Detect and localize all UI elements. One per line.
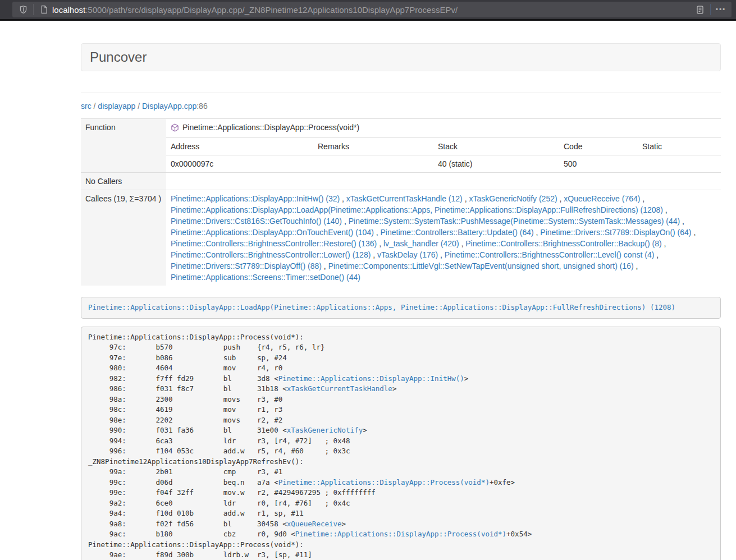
divider — [81, 93, 721, 93]
page-icon[interactable] — [38, 3, 50, 16]
no-callers-label: No Callers — [81, 173, 166, 190]
symbol-link[interactable]: Pinetime::Applications::DisplayApp::Proc… — [295, 530, 506, 538]
callees-list: Pinetime::Applications::DisplayApp::Init… — [166, 190, 721, 286]
column-header-code: Code — [559, 138, 638, 155]
callee-link[interactable]: Pinetime::Drivers::St7789::DisplayOn() (… — [540, 228, 691, 237]
ellipsis-menu-icon[interactable]: ••• — [715, 3, 727, 16]
symbol-link[interactable]: Pinetime::Applications::DisplayApp::Proc… — [278, 478, 490, 486]
symbol-link[interactable]: xTaskGenericNotify — [287, 426, 363, 434]
callee-link[interactable]: Pinetime::Drivers::St7789::DisplayOff() … — [171, 261, 322, 270]
callers-row: No Callers — [81, 173, 721, 190]
cube-icon — [171, 123, 179, 135]
breadcrumb-link-file[interactable]: DisplayApp.cpp — [142, 102, 196, 111]
shield-icon[interactable] — [17, 3, 29, 16]
breadcrumb-link-displayapp[interactable]: displayapp — [98, 102, 135, 111]
url-bar[interactable]: localhost:5000/path/src/displayapp/Displ… — [12, 2, 732, 17]
column-header-static: Static — [638, 138, 721, 155]
page-title: Puncover — [90, 49, 147, 65]
callers-cell — [166, 173, 721, 190]
callee-link[interactable]: Pinetime::Applications::DisplayApp::Load… — [171, 205, 663, 214]
highlighted-symbol-box: Pinetime::Applications::DisplayApp::Load… — [81, 297, 721, 319]
symbol-link[interactable]: xQueueReceive — [287, 520, 342, 528]
value-static — [638, 155, 721, 173]
value-address: 0x0000097c — [166, 155, 313, 173]
breadcrumb-line-number: :86 — [196, 102, 207, 111]
divider — [710, 4, 711, 15]
breadcrumb: src / displayapp / DisplayApp.cpp:86 — [81, 100, 721, 112]
column-header-address: Address — [166, 138, 313, 155]
callee-link[interactable]: xTaskGetCurrentTaskHandle (12) — [346, 194, 463, 203]
symbol-link[interactable]: xTaskGetCurrentTaskHandle — [287, 384, 392, 393]
value-remarks — [313, 155, 433, 173]
stats-value-row: 0x0000097c 40 (static) 500 — [81, 155, 721, 173]
callee-link[interactable]: Pinetime::Drivers::Cst816S::GetTouchInfo… — [171, 217, 342, 226]
function-row-label: Function — [81, 119, 166, 173]
callee-link[interactable]: Pinetime::Controllers::BrightnessControl… — [171, 239, 377, 248]
callee-link[interactable]: Pinetime::Controllers::BrightnessControl… — [445, 250, 654, 259]
callee-link[interactable]: xQueueReceive (764) — [564, 194, 640, 203]
callee-link[interactable]: Pinetime::Controllers::Battery::Update()… — [381, 228, 534, 237]
highlighted-symbol-link[interactable]: Pinetime::Applications::DisplayApp::Load… — [88, 303, 675, 311]
function-detail-table: Function Pinetime::Applications::Display… — [81, 118, 721, 286]
browser-toolbar: localhost:5000/path/src/displayapp/Displ… — [0, 0, 736, 21]
stats-header-row: Address Remarks Stack Code Static — [81, 138, 721, 155]
callee-link[interactable]: Pinetime::System::SystemTask::PushMessag… — [349, 217, 680, 226]
disassembly: Pinetime::Applications::DisplayApp::Proc… — [81, 327, 721, 560]
breadcrumb-separator: / — [94, 102, 96, 111]
callee-link[interactable]: Pinetime::Applications::Screens::Timer::… — [171, 273, 360, 282]
value-code: 500 — [559, 155, 638, 173]
symbol-link[interactable]: Pinetime::Applications::DisplayApp::Init… — [278, 374, 464, 383]
callee-link[interactable]: Pinetime::Components::LittleVgl::SetNewT… — [328, 261, 634, 270]
app-header: Puncover — [81, 43, 721, 71]
divider — [33, 4, 34, 15]
url-path: :5000/path/src/displayapp/DisplayApp.cpp… — [85, 5, 458, 15]
callee-link[interactable]: xTaskGenericNotify (252) — [469, 194, 557, 203]
breadcrumb-separator: / — [138, 102, 140, 111]
column-header-remarks: Remarks — [313, 138, 433, 155]
callee-link[interactable]: Pinetime::Applications::DisplayApp::OnTo… — [171, 228, 374, 237]
function-name-cell: Pinetime::Applications::DisplayApp::Proc… — [166, 119, 721, 138]
callees-row: Callees (19, Σ=3704 ) Pinetime::Applicat… — [81, 190, 721, 286]
callee-link[interactable]: lv_task_handler (420) — [383, 239, 459, 248]
reader-view-icon[interactable] — [694, 3, 706, 16]
callee-link[interactable]: vTaskDelay (176) — [377, 250, 438, 259]
url-host: localhost — [52, 5, 85, 15]
page-content: Puncover src / displayapp / DisplayApp.c… — [81, 43, 721, 560]
callee-link[interactable]: Pinetime::Controllers::BrightnessControl… — [465, 239, 661, 248]
breadcrumb-link-src[interactable]: src — [81, 102, 92, 111]
callee-link[interactable]: Pinetime::Applications::DisplayApp::Init… — [171, 194, 340, 203]
callees-label: Callees (19, Σ=3704 ) — [81, 190, 166, 286]
function-name: Pinetime::Applications::DisplayApp::Proc… — [182, 123, 359, 132]
url-text[interactable]: localhost:5000/path/src/displayapp/Displ… — [52, 5, 694, 15]
function-row: Function Pinetime::Applications::Display… — [81, 119, 721, 138]
column-header-stack: Stack — [433, 138, 559, 155]
value-stack: 40 (static) — [433, 155, 559, 173]
callee-link[interactable]: Pinetime::Controllers::BrightnessControl… — [171, 250, 371, 259]
